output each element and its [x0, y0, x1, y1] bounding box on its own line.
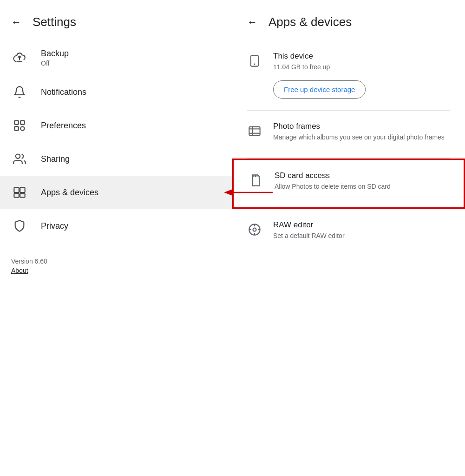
backup-icon	[11, 50, 28, 66]
sd-card-icon	[249, 173, 263, 188]
this-device-desc: 11.04 GB to free up	[273, 63, 450, 72]
raw-editor-desc: Set a default RAW editor	[273, 231, 450, 241]
device-icon	[247, 53, 262, 68]
svg-rect-6	[20, 188, 25, 193]
left-panel: ← Settings Backup Off	[0, 0, 232, 476]
sd-card-title: SD card access	[275, 171, 449, 180]
svg-rect-1	[20, 121, 24, 125]
raw-editor-icon	[247, 222, 262, 237]
right-panel: ← Apps & devices This device 11.04 GB to…	[232, 0, 465, 476]
svg-point-4	[16, 154, 20, 159]
menu-item-apps-devices[interactable]: Apps & devices	[0, 176, 232, 209]
preferences-icon	[11, 117, 28, 134]
svg-point-3	[20, 126, 24, 130]
svg-rect-8	[20, 193, 25, 197]
raw-editor-content: RAW editor Set a default RAW editor	[273, 220, 450, 245]
notifications-text: Notifications	[41, 87, 86, 97]
backup-label: Backup	[41, 49, 69, 59]
raw-editor-title: RAW editor	[273, 220, 450, 230]
photo-frames-desc: Manage which albums you see on your digi…	[273, 133, 450, 142]
svg-rect-2	[15, 126, 19, 130]
svg-rect-5	[14, 188, 19, 193]
section-raw-editor[interactable]: RAW editor Set a default RAW editor	[232, 209, 465, 257]
sharing-text: Sharing	[41, 154, 70, 164]
preferences-label: Preferences	[41, 121, 86, 131]
preferences-text: Preferences	[41, 121, 86, 131]
svg-point-21	[253, 228, 256, 231]
free-up-storage-button[interactable]: Free up device storage	[273, 80, 366, 99]
apps-devices-icon	[11, 184, 28, 201]
sd-card-desc: Allow Photos to delete items on SD card	[275, 182, 449, 192]
left-header: ← Settings	[0, 0, 232, 40]
left-panel-title: Settings	[33, 15, 76, 29]
privacy-icon	[11, 218, 28, 234]
backup-sublabel: Off	[41, 60, 69, 67]
privacy-text: Privacy	[41, 221, 68, 231]
notifications-label: Notifications	[41, 87, 86, 97]
this-device-title: This device	[273, 52, 450, 61]
photo-frames-content: Photo frames Manage which albums you see…	[273, 122, 450, 147]
about-link[interactable]: About	[11, 267, 221, 274]
backup-text: Backup Off	[41, 49, 69, 67]
apps-devices-text: Apps & devices	[41, 188, 98, 198]
right-header: ← Apps & devices	[232, 0, 465, 40]
sharing-icon	[11, 151, 28, 167]
menu-item-sharing[interactable]: Sharing	[0, 142, 232, 176]
sharing-label: Sharing	[41, 154, 70, 164]
version-text: Version 6.60	[11, 258, 221, 265]
right-panel-title: Apps & devices	[269, 15, 352, 29]
menu-item-preferences[interactable]: Preferences	[0, 109, 232, 142]
notifications-icon	[11, 84, 28, 100]
photo-frames-title: Photo frames	[273, 122, 450, 131]
menu-item-backup[interactable]: Backup Off	[0, 40, 232, 75]
settings-menu: Backup Off Notifications	[0, 40, 232, 243]
this-device-content: This device 11.04 GB to free up Free up …	[273, 52, 450, 99]
photo-frames-icon	[247, 124, 262, 139]
section-photo-frames[interactable]: Photo frames Manage which albums you see…	[232, 111, 465, 159]
right-back-button[interactable]: ←	[247, 16, 257, 28]
svg-rect-13	[249, 126, 260, 135]
left-back-button[interactable]: ←	[11, 16, 21, 28]
section-this-device[interactable]: This device 11.04 GB to free up Free up …	[232, 40, 465, 110]
version-section: Version 6.60 About	[0, 243, 232, 289]
menu-item-notifications[interactable]: Notifications	[0, 75, 232, 109]
apps-devices-label: Apps & devices	[41, 188, 98, 198]
svg-rect-7	[14, 193, 19, 197]
menu-item-privacy[interactable]: Privacy	[0, 209, 232, 243]
sd-card-content: SD card access Allow Photos to delete it…	[275, 171, 449, 196]
privacy-label: Privacy	[41, 221, 68, 231]
section-sd-card-access[interactable]: SD card access Allow Photos to delete it…	[232, 159, 465, 209]
svg-rect-0	[15, 121, 19, 125]
